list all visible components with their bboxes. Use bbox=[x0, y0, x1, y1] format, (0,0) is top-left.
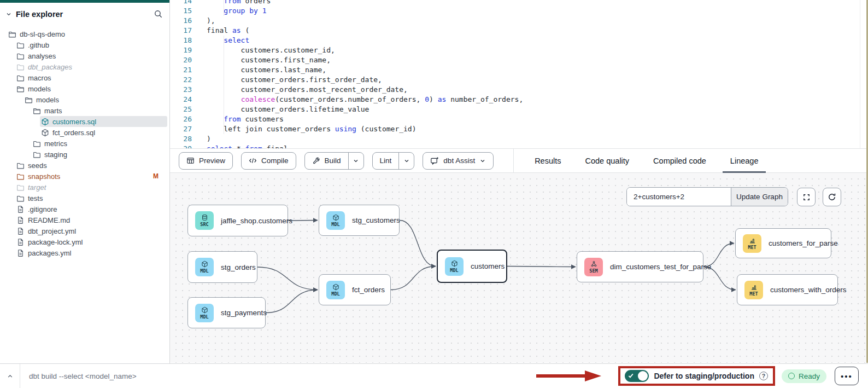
tree-item-marts[interactable]: marts bbox=[0, 105, 169, 116]
code-text: group by 1 bbox=[192, 6, 267, 16]
compile-button[interactable]: Compile bbox=[241, 152, 296, 170]
help-icon[interactable]: ? bbox=[759, 372, 768, 380]
code-text: select bbox=[192, 36, 249, 45]
lineage-selector-group: Update Graph bbox=[626, 187, 788, 206]
code-line: 19 customers.customer_id, bbox=[170, 45, 868, 55]
tab-code-quality[interactable]: Code quality bbox=[578, 149, 637, 172]
metric-icon bbox=[749, 237, 756, 244]
tree-item-tests[interactable]: tests bbox=[0, 193, 169, 204]
line-number: 27 bbox=[170, 124, 192, 134]
code-line: 26 from customers bbox=[170, 114, 868, 124]
folder-open-icon bbox=[33, 107, 41, 115]
lineage-node-fct_orders[interactable]: MDLfct_orders bbox=[319, 274, 391, 305]
fullscreen-button[interactable] bbox=[797, 188, 816, 206]
cube-icon bbox=[201, 260, 208, 268]
tree-item-db-sl-qs-demo[interactable]: db-sl-qs-demo bbox=[0, 28, 169, 39]
status-badge[interactable]: Ready bbox=[782, 369, 826, 383]
cube-icon bbox=[332, 214, 339, 221]
lineage-node-stg_payments[interactable]: MDLstg_payments bbox=[187, 297, 266, 328]
tree-item-models[interactable]: models bbox=[0, 94, 169, 105]
lineage-node-customers[interactable]: MDLcustomers bbox=[437, 250, 507, 283]
preview-label: Preview bbox=[199, 157, 225, 165]
tree-item-README.md[interactable]: README.md bbox=[0, 215, 169, 225]
tab-lineage[interactable]: Lineage bbox=[723, 149, 766, 172]
code-text: customers.first_name, bbox=[192, 55, 331, 65]
tree-item-models[interactable]: models bbox=[0, 83, 169, 94]
chevron-up-icon[interactable] bbox=[0, 373, 20, 380]
lint-button[interactable]: Lint bbox=[373, 153, 399, 169]
lineage-selector-input[interactable] bbox=[627, 188, 731, 206]
node-label: fct_orders bbox=[352, 286, 385, 294]
tree-item-metrics[interactable]: metrics bbox=[0, 138, 169, 149]
tree-item-staging[interactable]: staging bbox=[0, 149, 169, 160]
tree-item-label: package-lock.yml bbox=[28, 238, 83, 246]
line-number: 20 bbox=[170, 55, 192, 65]
tree-item-seeds[interactable]: seeds bbox=[0, 160, 169, 171]
status-text: Ready bbox=[799, 372, 820, 380]
lineage-node-customers_for_parse[interactable]: METcustomers_for_parse bbox=[735, 228, 831, 258]
folder-icon bbox=[16, 194, 25, 202]
check-icon bbox=[627, 372, 635, 379]
tree-item-label: analyses bbox=[28, 52, 56, 60]
code-editor[interactable]: 14 from orders15 group by 116),17final a… bbox=[170, 0, 868, 148]
lineage-node-jaffle_shop.customers[interactable]: SRCjaffle_shop.customers bbox=[187, 205, 288, 236]
line-number: 24 bbox=[170, 95, 192, 105]
code-text: final as ( bbox=[192, 26, 249, 36]
line-number: 25 bbox=[170, 105, 192, 114]
tree-item-fct_orders.sql[interactable]: fct_orders.sql bbox=[0, 127, 169, 138]
tree-item-target[interactable]: target bbox=[0, 182, 169, 193]
command-input[interactable] bbox=[20, 372, 535, 380]
lineage-panel[interactable]: SRCjaffle_shop.customersMDLstg_customers… bbox=[170, 173, 868, 363]
code-text: from customers bbox=[192, 114, 284, 124]
editor-scrollbar[interactable] bbox=[860, 0, 860, 148]
more-options-button[interactable]: ••• bbox=[835, 367, 859, 385]
tree-item-analyses[interactable]: analyses bbox=[0, 50, 169, 61]
folder-open-icon bbox=[16, 85, 25, 93]
status-circle-icon bbox=[788, 373, 795, 379]
tree-item-macros[interactable]: macros bbox=[0, 72, 169, 83]
lineage-node-customers_with_orders[interactable]: METcustomers_with_orders bbox=[737, 274, 838, 305]
tree-item-dbt_project.yml[interactable]: dbt_project.yml bbox=[0, 225, 169, 236]
file-icon bbox=[16, 216, 25, 224]
lineage-node-stg_customers[interactable]: MDLstg_customers bbox=[319, 205, 400, 236]
build-split-button: Build bbox=[304, 152, 364, 170]
chevron-down-icon[interactable] bbox=[5, 11, 12, 18]
build-dropdown-chevron-icon[interactable] bbox=[348, 153, 363, 169]
line-number: 21 bbox=[170, 65, 192, 75]
code-line: 23 customer_orders.most_recent_order_dat… bbox=[170, 85, 868, 95]
defer-label: Defer to staging/production bbox=[654, 372, 754, 380]
node-label: dim_customers_test_for_parse bbox=[610, 263, 711, 271]
tab-compiled-code[interactable]: Compiled code bbox=[646, 149, 714, 172]
tree-item-dbt_packages[interactable]: dbt_packages bbox=[0, 61, 169, 72]
tree-item-label: macros bbox=[28, 74, 51, 82]
tree-item-.github[interactable]: .github bbox=[0, 39, 169, 50]
node-badge-mdl: MDL bbox=[445, 257, 464, 276]
folder-open-icon bbox=[16, 85, 25, 93]
lineage-node-stg_orders[interactable]: MDLstg_orders bbox=[187, 251, 257, 283]
defer-toggle[interactable] bbox=[625, 370, 649, 382]
tree-item-customers.sql[interactable]: customers.sql bbox=[0, 116, 169, 127]
tree-item-packages.yml[interactable]: packages.yml bbox=[0, 247, 169, 258]
lint-dropdown-chevron-icon[interactable] bbox=[398, 153, 414, 169]
code-text: customer_orders.lifetime_value bbox=[192, 105, 369, 114]
search-icon[interactable] bbox=[154, 9, 163, 19]
preview-button[interactable]: Preview bbox=[179, 152, 233, 170]
line-number: 19 bbox=[170, 45, 192, 55]
file-explorer-title: File explorer bbox=[16, 10, 63, 19]
tab-results[interactable]: Results bbox=[527, 149, 568, 172]
code-line: 20 customers.first_name, bbox=[170, 55, 868, 65]
tree-item-label: marts bbox=[44, 107, 62, 115]
dbt-assist-button[interactable]: dbt Assist bbox=[423, 152, 494, 170]
tree-item-label: db-sl-qs-demo bbox=[20, 30, 65, 38]
tree-item-.gitignore[interactable]: .gitignore bbox=[0, 204, 169, 215]
build-button[interactable]: Build bbox=[305, 153, 348, 169]
code-text: ), bbox=[192, 16, 215, 26]
command-bar: Defer to staging/production ? Ready ••• bbox=[0, 363, 868, 388]
tree-item-package-lock.yml[interactable]: package-lock.yml bbox=[0, 236, 169, 247]
lineage-node-dim_customers_test_for_parse[interactable]: SEMdim_customers_test_for_parse bbox=[577, 251, 703, 282]
tree-item-snapshots[interactable]: snapshotsM bbox=[0, 171, 169, 182]
folder-icon bbox=[16, 183, 25, 192]
folder-icon bbox=[16, 63, 25, 71]
refresh-button[interactable] bbox=[823, 188, 841, 206]
update-graph-button[interactable]: Update Graph bbox=[731, 188, 788, 206]
